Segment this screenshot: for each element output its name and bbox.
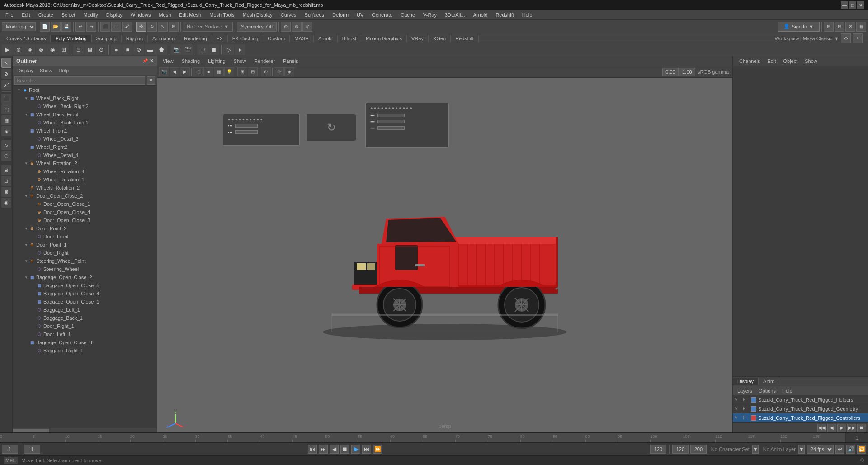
- move-btn[interactable]: ✛: [136, 22, 146, 32]
- current-frame-field[interactable]: [2, 445, 18, 454]
- vp-hud-btn[interactable]: ⊟: [248, 67, 258, 76]
- vp-menu-shading[interactable]: Shading: [178, 58, 203, 64]
- workspace-tab-rigging[interactable]: Rigging: [122, 35, 148, 42]
- layer-playback[interactable]: P: [743, 397, 749, 402]
- ch-btn-edit[interactable]: Edit: [764, 58, 778, 64]
- workspace-add-btn[interactable]: +: [853, 33, 863, 43]
- ol-menu-show[interactable]: Show: [37, 67, 55, 74]
- soft-select-btn[interactable]: ⊙: [281, 22, 291, 32]
- select-hierarchy-btn[interactable]: ⊕: [13, 44, 24, 55]
- go-end-btn[interactable]: ⏩: [373, 445, 382, 454]
- layer-row[interactable]: VPSuzuki_Carry_Truck_Red_Rigged_Helpers: [733, 395, 868, 404]
- tree-item[interactable]: ▦Wheel_Right2: [13, 143, 157, 151]
- right-panel-btn-2[interactable]: ▶: [837, 424, 846, 432]
- ch-btn-channels[interactable]: Channels: [736, 58, 763, 64]
- menu-item-help[interactable]: Help: [519, 11, 536, 19]
- deform-btn[interactable]: ⊟: [1, 176, 11, 186]
- menu-item-arnold[interactable]: Arnold: [470, 11, 491, 19]
- workspace-tab-fx-caching[interactable]: FX Caching: [228, 35, 263, 42]
- tree-item[interactable]: ▦Baggage_Open_Close_5: [13, 281, 157, 289]
- tree-item[interactable]: ▼▦Wheel_Back_Right: [13, 94, 157, 102]
- poly-plane-btn[interactable]: ▬: [145, 44, 156, 55]
- tree-item[interactable]: ▼⊕Door_Point_2: [13, 224, 157, 232]
- layers-menu-layers[interactable]: Layers: [735, 388, 755, 394]
- redo-btn[interactable]: ↪: [86, 22, 96, 32]
- workspace-tab-custom[interactable]: Custom: [263, 35, 290, 42]
- menu-item-mesh[interactable]: Mesh: [155, 11, 175, 19]
- outliner-hscroll[interactable]: [13, 428, 157, 432]
- ch-btn-show[interactable]: Show: [802, 58, 820, 64]
- menu-item-generate[interactable]: Generate: [368, 11, 396, 19]
- menu-item-windows[interactable]: Windows: [127, 11, 155, 19]
- tree-item[interactable]: ▼⊕Door_Open_Close_2: [13, 192, 157, 200]
- tree-item[interactable]: ▦Baggage_Open_Close_1: [13, 298, 157, 306]
- workspace-tab-poly-modeling[interactable]: Poly Modeling: [51, 35, 91, 42]
- layer-visibility[interactable]: V: [735, 397, 741, 402]
- frame-start-field[interactable]: [24, 445, 40, 454]
- vp-aa-btn[interactable]: ◈: [284, 67, 294, 76]
- vertex-btn[interactable]: ⬛: [1, 94, 11, 104]
- tree-item[interactable]: ⬡Door_Front: [13, 232, 157, 241]
- tree-item[interactable]: ▼▦Wheel_Back_Front: [13, 110, 157, 119]
- ipr-render-btn[interactable]: 🎬: [182, 44, 193, 55]
- tree-item[interactable]: ⬡Steering_Wheel: [13, 265, 157, 273]
- vp-shaded-btn[interactable]: ■: [203, 67, 213, 76]
- vp-menu-show[interactable]: Show: [230, 58, 250, 64]
- open-scene-btn[interactable]: 📂: [51, 22, 61, 32]
- ol-menu-display[interactable]: Display: [14, 67, 36, 74]
- scripting-lang[interactable]: MEL: [4, 457, 18, 464]
- menu-item-v-ray[interactable]: V-Ray: [420, 11, 440, 19]
- workspace-tab-rendering[interactable]: Rendering: [179, 35, 212, 42]
- tree-item[interactable]: ⊕Wheel_Rotation_4: [13, 167, 157, 176]
- tree-item[interactable]: ▦Baggage_Open_Close_4: [13, 289, 157, 298]
- vp-value-a[interactable]: 0.00: [662, 68, 679, 76]
- poly-sphere-btn[interactable]: ●: [111, 44, 122, 55]
- tree-item[interactable]: ▼⊕Door_Point_1: [13, 241, 157, 249]
- audio-btn[interactable]: 🔊: [846, 445, 855, 454]
- no-char-dropdown[interactable]: ▼: [752, 445, 759, 454]
- menu-item-surfaces[interactable]: Surfaces: [301, 11, 328, 19]
- display-tab[interactable]: Display: [733, 378, 759, 385]
- vp-value-b[interactable]: 1.00: [679, 68, 695, 76]
- tree-item[interactable]: ▦Baggage_Open_Close_3: [13, 338, 157, 346]
- cam-playback-btn[interactable]: ▷: [223, 44, 234, 55]
- layer-row[interactable]: VPSuzuki_Carry_Truck_Red_Rigged_Controll…: [733, 413, 868, 422]
- playback-end-field[interactable]: [672, 445, 689, 454]
- right-panel-btn-4[interactable]: ⏹: [857, 424, 866, 432]
- fps-dropdown[interactable]: 24 fps 30 fps 60 fps: [807, 445, 834, 454]
- lasso-btn[interactable]: ⬚: [111, 22, 121, 32]
- tree-item[interactable]: ⬡Baggage_Back_1: [13, 314, 157, 322]
- timeline-ruler[interactable]: 0510152025303540455055606570758085909510…: [0, 433, 845, 442]
- menu-item-3dtoall...[interactable]: 3DtoAll...: [441, 11, 469, 19]
- next-frame-btn[interactable]: ⏭: [362, 445, 371, 454]
- vp-isolate-btn[interactable]: ⊙: [261, 67, 271, 76]
- workspace-tab-bifrost[interactable]: Bifrost: [338, 35, 361, 42]
- workspace-tab-vray[interactable]: VRay: [407, 35, 429, 42]
- scale-btn[interactable]: ⤡: [158, 22, 168, 32]
- face-btn[interactable]: ▦: [1, 115, 11, 125]
- workspace-tab-arnold[interactable]: Arnold: [314, 35, 338, 42]
- search-input[interactable]: [14, 76, 145, 85]
- tree-item[interactable]: ▼⊕Steering_Wheel_Point: [13, 257, 157, 265]
- tree-item[interactable]: ⬡Wheel_Detail_4: [13, 151, 157, 159]
- anim-tab[interactable]: Anim: [759, 378, 779, 385]
- tree-item[interactable]: ⊕Wheel_Rotation_1: [13, 176, 157, 184]
- sign-in-button[interactable]: 👤 Sign In ▼: [778, 22, 820, 32]
- tree-item[interactable]: ⬡Door_Right: [13, 249, 157, 257]
- no-anim-dropdown[interactable]: ▼: [798, 445, 805, 454]
- symmetry-off[interactable]: Symmetry: Off: [237, 22, 277, 32]
- tree-item[interactable]: ⊕Wheels_Rotation_2: [13, 184, 157, 192]
- workspace-tab-motion-graphics[interactable]: Motion Graphics: [361, 35, 407, 42]
- outliner-pin[interactable]: 📌: [142, 58, 148, 63]
- vp-resolution-btn[interactable]: ⊘: [274, 67, 284, 76]
- cam-playblast-btn[interactable]: ⏵: [235, 44, 245, 55]
- save-scene-btn[interactable]: 💾: [61, 22, 71, 32]
- vp-textured-btn[interactable]: ▦: [214, 67, 224, 76]
- curve-tool-btn[interactable]: ∿: [1, 140, 11, 150]
- layer-playback[interactable]: P: [743, 406, 749, 411]
- vp-next-btn[interactable]: ▶: [180, 67, 190, 76]
- workspace-tab-curves-surfaces[interactable]: Curves / Surfaces: [2, 35, 51, 42]
- outliner-close[interactable]: ✕: [150, 58, 153, 63]
- workspace-dropdown[interactable]: Modeling: [2, 22, 36, 31]
- workspace-options-btn[interactable]: ⚙: [841, 33, 851, 43]
